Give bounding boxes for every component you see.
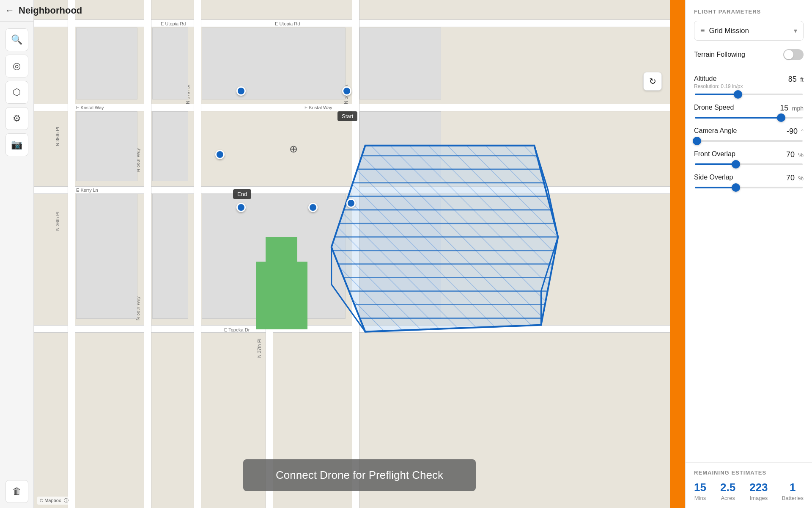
road-label-37th-pl: N 37th Pl	[257, 339, 262, 358]
altitude-track	[695, 94, 803, 95]
block-br	[359, 194, 441, 319]
estimate-images: 223 Images	[749, 481, 768, 501]
settings-icon: ⚙	[13, 113, 21, 124]
road-label-36th-pl-2: N 36th Pl	[55, 212, 60, 231]
front-overlap-fill	[695, 163, 736, 165]
road-36th-pl	[68, 0, 75, 508]
drone-speed-row: Drone Speed 15 mph	[694, 104, 804, 113]
altitude-label: Altitude	[694, 75, 743, 83]
panel-spacer	[686, 197, 812, 462]
altitude-slider[interactable]	[694, 94, 804, 95]
settings-button[interactable]: ⚙	[5, 107, 28, 130]
delete-button[interactable]: 🗑	[5, 480, 28, 503]
road-label-36th-pl: N 36th Pl	[55, 127, 60, 146]
camera-angle-thumb[interactable]	[693, 137, 701, 145]
location-icon: ◎	[13, 61, 21, 72]
altitude-fill	[695, 94, 738, 95]
estimate-batteries: 1 Batteries	[782, 481, 804, 501]
right-panel: › FLIGHT PARAMETERS ≡ Grid Mission ▾ Ter…	[685, 0, 812, 508]
block-bl2	[152, 194, 188, 319]
map-container: E Utopia Rd E Utopia Rd E Kristal Way E …	[34, 0, 685, 508]
camera-angle-label: Camera Angle	[694, 127, 737, 135]
flight-params-section: FLIGHT PARAMETERS ≡ Grid Mission ▾ Terra…	[686, 0, 812, 197]
app-title: Neighborhood	[19, 5, 82, 16]
estimate-images-label: Images	[750, 495, 768, 501]
park-top	[266, 237, 297, 262]
marker-tr[interactable]	[342, 86, 351, 96]
marker-br[interactable]	[346, 199, 356, 208]
start-label: Start	[337, 111, 357, 121]
estimate-mins-value: 15	[694, 481, 706, 494]
location-button[interactable]: ◎	[5, 55, 28, 77]
highway-bar	[670, 0, 685, 508]
drone-speed-track	[695, 117, 803, 119]
divider-1	[694, 68, 804, 68]
refresh-button[interactable]: ↻	[643, 72, 662, 91]
front-overlap-thumb[interactable]	[732, 160, 740, 168]
drone-speed-slider[interactable]	[694, 117, 804, 119]
info-icon[interactable]: ⓘ	[64, 498, 69, 503]
estimate-mins-label: Mins	[694, 495, 706, 501]
remaining-estimates-section: REMAINING ESTIMATES 15 Mins 2.5 Acres 22…	[686, 462, 812, 508]
side-overlap-thumb[interactable]	[732, 183, 740, 192]
search-icon: 🔍	[11, 34, 22, 45]
terrain-following-toggle[interactable]	[783, 49, 804, 60]
road-label-utopia-center: E Utopia Rd	[275, 21, 300, 26]
side-overlap-fill	[695, 187, 736, 188]
refresh-icon: ↻	[649, 76, 656, 86]
toolbar-header: ← Neighborhood	[0, 5, 33, 22]
block-bl1	[76, 194, 137, 319]
front-overlap-row: Front Overlap 70 %	[694, 150, 804, 159]
estimate-acres-value: 2.5	[720, 481, 735, 494]
altitude-unit: ft	[800, 76, 804, 83]
side-overlap-track	[695, 187, 803, 188]
front-overlap-label: Front Overlap	[694, 150, 735, 158]
front-overlap-slider[interactable]	[694, 163, 804, 165]
flight-params-title: FLIGHT PARAMETERS	[694, 8, 804, 15]
marker-ml[interactable]	[215, 150, 225, 159]
back-button[interactable]: ←	[5, 5, 14, 16]
road-label-utopia-e: E Utopia Rd	[161, 21, 186, 26]
altitude-thumb[interactable]	[734, 90, 742, 99]
estimate-mins: 15 Mins	[694, 481, 706, 501]
mission-type-dropdown[interactable]: ≡ Grid Mission ▾	[694, 21, 804, 41]
estimate-images-value: 223	[749, 481, 768, 494]
marker-tl[interactable]	[236, 86, 246, 96]
road-label-topeka: E Topeka Dr	[224, 327, 250, 332]
camera-angle-slider[interactable]	[694, 140, 804, 142]
block-mr	[359, 111, 441, 181]
front-overlap-unit: %	[798, 152, 804, 158]
drone-speed-unit: mph	[792, 105, 804, 112]
mapbox-attribution: © Mapbox ⓘ	[37, 497, 71, 505]
resolution-label: Resolution: 0.19 in/px	[694, 83, 743, 89]
estimate-acres: 2.5 Acres	[720, 481, 735, 501]
camera-icon: 📷	[11, 139, 22, 150]
camera-button[interactable]: 📷	[5, 133, 28, 156]
search-button[interactable]: 🔍	[5, 28, 28, 51]
estimates-grid: 15 Mins 2.5 Acres 223 Images 1 Batteries	[694, 481, 804, 501]
camera-angle-row: Camera Angle -90 °	[694, 127, 804, 136]
park-main	[256, 262, 307, 329]
marker-bl[interactable]	[236, 203, 246, 212]
road-label-kerry: E Kerry Ln	[76, 188, 98, 193]
drone-speed-value: 15	[780, 104, 788, 112]
altitude-value: 85	[788, 75, 797, 83]
block-tl1	[76, 28, 137, 99]
layers-button[interactable]: ⬡	[5, 81, 28, 104]
end-label: End	[233, 189, 251, 199]
side-overlap-label: Side Overlap	[694, 174, 733, 181]
estimate-batteries-value: 1	[790, 481, 796, 494]
collapse-panel-button[interactable]: ›	[685, 241, 686, 267]
side-overlap-value: 70	[786, 174, 795, 182]
marker-bm[interactable]	[308, 203, 318, 212]
drone-speed-fill	[695, 117, 781, 119]
drone-speed-thumb[interactable]	[777, 113, 785, 122]
side-overlap-slider[interactable]	[694, 187, 804, 188]
road-38th-st	[352, 0, 359, 508]
front-overlap-track	[695, 163, 803, 165]
chevron-down-icon: ▾	[794, 27, 797, 35]
road-36th-way	[144, 0, 151, 508]
layers-icon: ⬡	[13, 87, 21, 98]
front-overlap-value: 70	[786, 150, 795, 159]
connect-drone-button[interactable]: Connect Drone for Preflight Check	[243, 459, 476, 491]
